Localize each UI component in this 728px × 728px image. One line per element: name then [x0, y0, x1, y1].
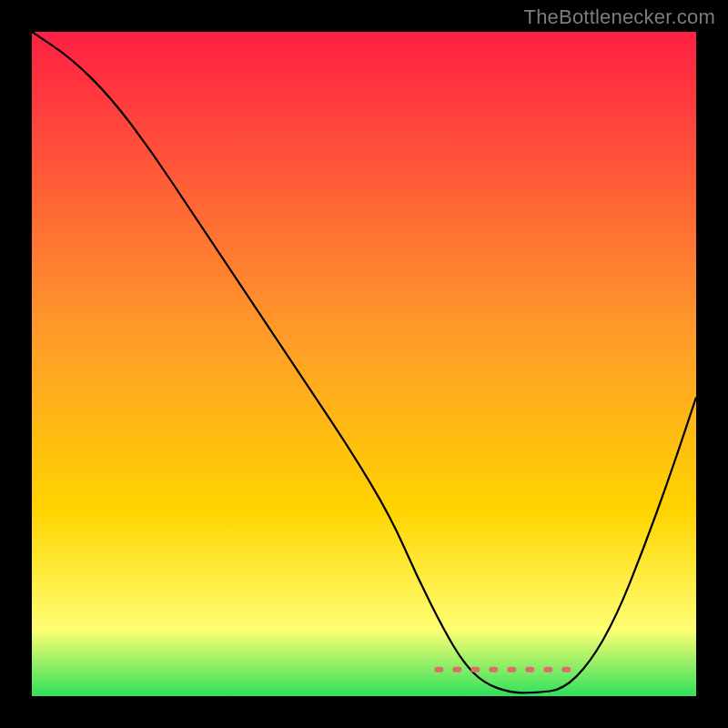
chart-svg [32, 32, 696, 696]
watermark-text: TheBottlenecker.com [524, 5, 715, 29]
chart-stage: TheBottlenecker.com [0, 0, 728, 728]
plot-frame [32, 32, 696, 696]
gradient-background [32, 32, 696, 696]
